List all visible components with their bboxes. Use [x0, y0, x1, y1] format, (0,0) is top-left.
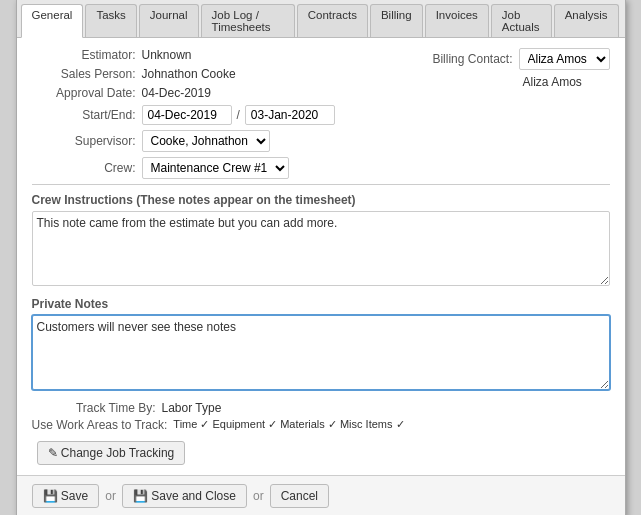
main-content: Estimator: Unknown Sales Person: Johnath…	[17, 38, 625, 475]
tab-general[interactable]: General	[21, 4, 84, 38]
estimator-row: Estimator: Unknown	[32, 48, 399, 62]
floppy-icon-save-close: 💾	[133, 489, 151, 503]
billing-contact-name: Aliza Amos	[523, 75, 610, 89]
track-time-by-label: Track Time By:	[32, 401, 162, 415]
left-fields: Estimator: Unknown Sales Person: Johnath…	[32, 48, 399, 184]
use-work-areas-row: Use Work Areas to Track: Time ✓ Equipmen…	[32, 418, 610, 432]
crew-instructions-textarea[interactable]: This note came from the estimate but you…	[32, 211, 610, 286]
sales-person-label: Sales Person:	[32, 67, 142, 81]
private-notes-textarea[interactable]: Customers will never see these notes	[32, 315, 610, 390]
approval-date-row: Approval Date: 04-Dec-2019	[32, 86, 399, 100]
date-separator: /	[237, 108, 240, 122]
sales-person-value: Johnathon Cooke	[142, 67, 236, 81]
supervisor-select[interactable]: Cooke, Johnathon	[142, 130, 270, 152]
billing-contact-row: Billing Contact: Aliza Amos	[419, 48, 610, 70]
use-work-areas-value: Time ✓ Equipment ✓ Materials ✓ Misc Item…	[173, 418, 404, 431]
estimator-value: Unknown	[142, 48, 192, 62]
tab-journal[interactable]: Journal	[139, 4, 199, 37]
estimator-label: Estimator:	[32, 48, 142, 62]
crew-select[interactable]: Maintenance Crew #1	[142, 157, 289, 179]
tracking-section: Track Time By: Labor Type Use Work Areas…	[32, 401, 610, 465]
crew-instructions-divider	[32, 184, 610, 185]
save-and-close-button[interactable]: 💾 Save and Close	[122, 484, 247, 508]
crew-row: Crew: Maintenance Crew #1	[32, 157, 399, 179]
use-work-areas-label: Use Work Areas to Track:	[32, 418, 174, 432]
approval-date-value: 04-Dec-2019	[142, 86, 211, 100]
crew-instructions-label: Crew Instructions (These notes appear on…	[32, 193, 610, 207]
track-time-by-value: Labor Type	[162, 401, 222, 415]
approval-date-label: Approval Date:	[32, 86, 142, 100]
top-area: Estimator: Unknown Sales Person: Johnath…	[32, 48, 610, 184]
supervisor-label: Supervisor:	[32, 134, 142, 148]
tab-bar: General Tasks Journal Job Log / Timeshee…	[17, 0, 625, 38]
tab-contracts[interactable]: Contracts	[297, 4, 368, 37]
private-notes-label: Private Notes	[32, 297, 610, 311]
billing-contact-label: Billing Contact:	[419, 52, 519, 66]
tab-job-actuals[interactable]: Job Actuals	[491, 4, 552, 37]
start-end-label: Start/End:	[32, 108, 142, 122]
floppy-icon-save: 💾	[43, 489, 61, 503]
save-button[interactable]: 💾 Save	[32, 484, 100, 508]
end-date-input[interactable]	[245, 105, 335, 125]
change-job-tracking-button[interactable]: Change Job Tracking	[37, 441, 186, 465]
crew-label: Crew:	[32, 161, 142, 175]
start-end-row: Start/End: /	[32, 105, 399, 125]
or-separator-1: or	[105, 489, 116, 503]
tab-tasks[interactable]: Tasks	[85, 4, 136, 37]
footer: 💾 Save or 💾 Save and Close or Cancel	[17, 475, 625, 516]
tab-invoices[interactable]: Invoices	[425, 4, 489, 37]
supervisor-row: Supervisor: Cooke, Johnathon	[32, 130, 399, 152]
track-time-by-row: Track Time By: Labor Type	[32, 401, 610, 415]
cancel-button[interactable]: Cancel	[270, 484, 329, 508]
billing-contact-select[interactable]: Aliza Amos	[519, 48, 610, 70]
tab-analysis[interactable]: Analysis	[554, 4, 619, 37]
main-window: General Tasks Journal Job Log / Timeshee…	[16, 0, 626, 515]
tab-billing[interactable]: Billing	[370, 4, 423, 37]
tab-job-log-timesheets[interactable]: Job Log / Timesheets	[201, 4, 295, 37]
start-date-input[interactable]	[142, 105, 232, 125]
right-fields: Billing Contact: Aliza Amos Aliza Amos	[399, 48, 610, 184]
sales-person-row: Sales Person: Johnathon Cooke	[32, 67, 399, 81]
or-separator-2: or	[253, 489, 264, 503]
pencil-icon	[48, 446, 61, 460]
